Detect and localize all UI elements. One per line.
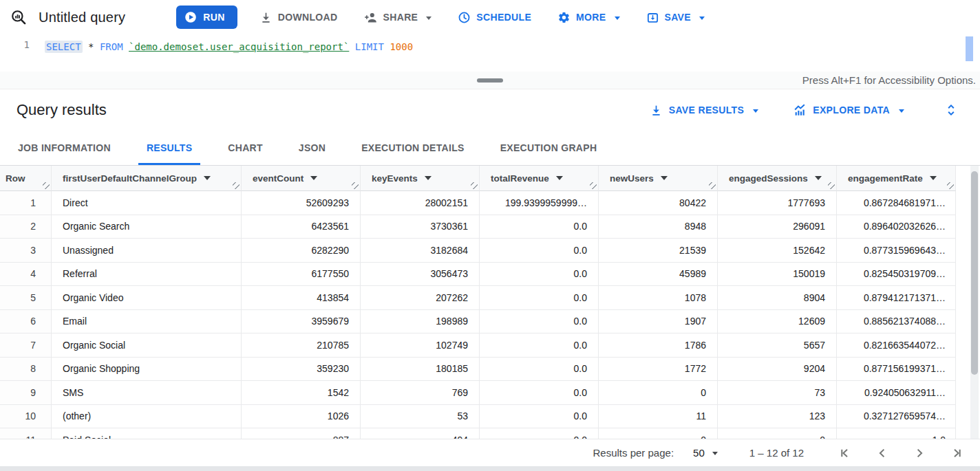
- engagedSessions-cell: 296091: [718, 215, 837, 239]
- column-header-totalRevenue[interactable]: totalRevenue: [480, 166, 599, 191]
- splitter-bar: Press Alt+F1 for Accessibility Options.: [0, 72, 980, 89]
- sql-keyword-from: FROM: [100, 41, 123, 52]
- schedule-button[interactable]: SCHEDULE: [454, 5, 535, 30]
- column-resize-grip[interactable]: [43, 182, 50, 189]
- column-resize-grip[interactable]: [828, 182, 835, 189]
- newUsers-cell: 8948: [599, 215, 718, 239]
- newUsers-cell: 0: [599, 381, 718, 405]
- column-header-label: totalRevenue: [491, 173, 549, 184]
- sql-keyword-select: SELECT: [45, 41, 83, 53]
- column-resize-grip[interactable]: [709, 182, 716, 189]
- run-button[interactable]: RUN: [176, 6, 237, 29]
- column-header-engagementRate[interactable]: engagementRate: [837, 166, 956, 191]
- totalRevenue-cell: 0.0: [480, 215, 599, 239]
- tab-execution-graph[interactable]: EXECUTION GRAPH: [482, 131, 615, 165]
- eventCount-cell: 52609293: [242, 191, 361, 215]
- share-dropdown-caret-icon[interactable]: [426, 17, 432, 20]
- column-menu-caret-icon[interactable]: [204, 176, 211, 180]
- clock-icon: [458, 11, 471, 24]
- more-dropdown-caret-icon[interactable]: [615, 17, 620, 20]
- tab-json[interactable]: JSON: [281, 131, 343, 165]
- newUsers-cell: 1786: [599, 333, 718, 358]
- keyEvents-cell: 102749: [361, 333, 480, 358]
- column-header-eventCount[interactable]: eventCount: [242, 166, 361, 191]
- column-resize-grip[interactable]: [947, 182, 954, 189]
- sql-editor[interactable]: 1 SELECT * FROM `demo.demoset.user_acqui…: [0, 34, 980, 72]
- eventCount-cell: 6423561: [242, 215, 361, 239]
- explore-data-caret-icon[interactable]: [899, 109, 904, 113]
- save-results-label: SAVE RESULTS: [669, 105, 744, 116]
- column-header-firstUserDefaultChannelGroup[interactable]: firstUserDefaultChannelGroup: [52, 166, 242, 191]
- column-resize-grip[interactable]: [352, 182, 359, 189]
- row-cell: 9: [0, 381, 52, 405]
- engagementRate-cell: 0.867284681971…: [837, 191, 956, 215]
- save-button[interactable]: SAVE: [642, 5, 710, 30]
- column-resize-grip[interactable]: [471, 182, 478, 189]
- table-scrollbar-thumb[interactable]: [971, 171, 978, 375]
- person-add-icon: [364, 10, 378, 24]
- save-results-caret-icon[interactable]: [753, 109, 758, 113]
- column-menu-caret-icon[interactable]: [661, 176, 668, 180]
- first-page-button[interactable]: [838, 446, 852, 460]
- keyEvents-cell: 180185: [361, 358, 480, 382]
- column-menu-caret-icon[interactable]: [425, 176, 432, 180]
- splitter-drag-handle[interactable]: [477, 78, 503, 83]
- newUsers-cell: 21539: [599, 239, 718, 263]
- column-header-keyEvents[interactable]: keyEvents: [361, 166, 480, 191]
- previous-page-button[interactable]: [875, 446, 889, 460]
- column-menu-caret-icon[interactable]: [556, 176, 563, 180]
- save-dropdown-caret-icon[interactable]: [699, 17, 705, 20]
- explore-data-label: EXPLORE DATA: [813, 105, 890, 116]
- sql-table-reference[interactable]: `demo.demoset.user_acquisition_report`: [129, 41, 349, 52]
- column-menu-caret-icon[interactable]: [310, 176, 317, 180]
- table-row: 8Organic Shopping3592301801850.017729204…: [0, 358, 956, 382]
- column-header-row[interactable]: Row: [0, 166, 52, 191]
- totalRevenue-cell: 199.9399959999…: [480, 191, 599, 215]
- eventCount-cell: 413854: [242, 286, 361, 310]
- sql-star: *: [88, 41, 94, 52]
- more-button[interactable]: MORE: [553, 5, 624, 30]
- tab-results[interactable]: RESULTS: [129, 131, 210, 165]
- sql-code-line[interactable]: SELECT * FROM `demo.demoset.user_acquisi…: [39, 34, 413, 72]
- tab-chart[interactable]: CHART: [210, 131, 281, 165]
- column-resize-grip[interactable]: [590, 182, 597, 189]
- column-menu-caret-icon[interactable]: [930, 176, 937, 180]
- accessibility-hint: Press Alt+F1 for Accessibility Options.: [802, 74, 976, 86]
- table-row: 1Direct5260929328002151199.9399959999…80…: [0, 191, 956, 215]
- save-results-button[interactable]: SAVE RESULTS: [650, 98, 758, 122]
- chevron-right-icon: [913, 446, 926, 460]
- column-header-newUsers[interactable]: newUsers: [599, 166, 718, 191]
- last-page-button[interactable]: [950, 446, 963, 460]
- download-button[interactable]: DOWNLOAD: [255, 5, 342, 30]
- column-resize-grip[interactable]: [233, 182, 239, 189]
- next-page-button[interactable]: [913, 446, 926, 460]
- table-row: 10(other)1026530.0111230.327127659574…: [0, 405, 956, 429]
- explore-data-button[interactable]: EXPLORE DATA: [793, 98, 904, 122]
- newUsers-cell: 1078: [599, 286, 718, 310]
- gear-icon: [557, 11, 571, 24]
- keyEvents-cell: 207262: [361, 286, 480, 310]
- share-button[interactable]: SHARE: [360, 5, 436, 30]
- sql-limit-value: 1000: [390, 41, 413, 52]
- expand-panel-button[interactable]: [943, 101, 959, 119]
- column-menu-caret-icon[interactable]: [815, 176, 822, 180]
- more-button-label: MORE: [576, 12, 606, 23]
- column-header-label: Row: [6, 173, 25, 184]
- query-results-header: Query results SAVE RESULTS: [0, 89, 980, 131]
- eventCount-cell: 1542: [242, 381, 361, 405]
- tab-job-information[interactable]: JOB INFORMATION: [0, 131, 129, 165]
- tab-execution-details[interactable]: EXECUTION DETAILS: [343, 131, 482, 165]
- horizontal-scrollbar-track[interactable]: [0, 466, 980, 471]
- first-page-icon: [838, 446, 852, 460]
- firstUserDefaultChannelGroup-cell: Email: [52, 310, 242, 334]
- column-header-engagedSessions[interactable]: engagedSessions: [718, 166, 837, 191]
- row-cell: 8: [0, 358, 52, 382]
- engagementRate-cell: 0.885621374088…: [837, 310, 956, 334]
- page-size-value: 50: [693, 447, 705, 459]
- pagination-footer: Results per page: 50 1 – 12 of 12: [0, 439, 980, 466]
- page-size-select[interactable]: 50: [693, 447, 718, 459]
- newUsers-cell: 0: [599, 428, 718, 439]
- editor-scrollbar-thumb[interactable]: [966, 36, 973, 61]
- table-row: 5Organic Video4138542072620.0107889040.8…: [0, 286, 956, 310]
- row-cell: 11: [0, 428, 52, 439]
